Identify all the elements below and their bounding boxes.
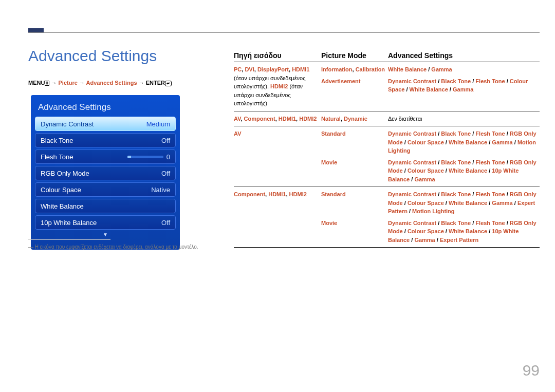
osd-row[interactable]: White Balance: [35, 199, 176, 213]
osd-label: RGB Only Mode: [41, 170, 89, 177]
cell-mode: Standard: [321, 129, 388, 155]
cell-settings: Δεν διατίθεται: [388, 115, 540, 123]
cell-mode: Information, Calibration: [321, 65, 388, 74]
page-number: 99: [523, 362, 540, 379]
col-header-settings: Advanced Settings: [388, 51, 540, 60]
col-header-mode: Picture Mode: [321, 51, 388, 60]
footnote: ― Η εικόνα που εμφανίζεται ενδέχεται να …: [28, 244, 198, 250]
osd-row[interactable]: 10p White BalanceOff: [35, 215, 176, 230]
cell-mode: Standard: [321, 190, 388, 216]
osd-row[interactable]: Colour SpaceNative: [35, 182, 176, 197]
osd-label: Dynamic Contrast: [41, 120, 94, 128]
osd-row[interactable]: Black ToneOff: [35, 133, 176, 147]
osd-label: Flesh Tone: [41, 153, 73, 161]
osd-label: 10p White Balance: [41, 219, 97, 227]
osd-value: Off: [161, 137, 170, 144]
osd-value: Off: [161, 219, 170, 227]
cell-mode: Natural, Dynamic: [321, 115, 388, 123]
cell-source: Component, HDMI1, HDMI2: [234, 190, 321, 244]
cell-settings: White Balance / Gamma: [388, 65, 540, 74]
cell-mode: Movie: [321, 158, 388, 184]
header-accent: [28, 28, 44, 32]
osd-label: White Balance: [41, 202, 84, 210]
divider: [28, 239, 110, 240]
cell-settings: Dynamic Contrast / Black Tone / Flesh To…: [388, 158, 540, 184]
table-row: AV, Component, HDMI1, HDMI2Natural, Dyna…: [234, 111, 540, 127]
osd-row[interactable]: RGB Only ModeOff: [35, 166, 176, 180]
table-row: AVStandardDynamic Contrast / Black Tone …: [234, 126, 540, 187]
osd-value: Medium: [146, 120, 170, 128]
col-header-source: Πηγή εισόδου: [234, 51, 321, 60]
table-row: PC, DVI, DisplayPort, HDMI1 (όταν υπάρχε…: [234, 62, 540, 111]
cell-settings: Dynamic Contrast / Black Tone / Flesh To…: [388, 129, 540, 155]
enter-icon: ↵: [165, 81, 172, 86]
cell-settings: Dynamic Contrast / Black Tone / Flesh To…: [388, 77, 540, 94]
osd-label: Colour Space: [41, 186, 81, 194]
osd-value: Native: [151, 186, 170, 194]
chevron-down-icon[interactable]: ▼: [35, 232, 176, 237]
settings-table: Πηγή εισόδου Picture Mode Advanced Setti…: [234, 51, 540, 248]
cell-settings: Dynamic Contrast / Black Tone / Flesh To…: [388, 190, 540, 216]
cell-settings: Dynamic Contrast / Black Tone / Flesh To…: [388, 219, 540, 245]
cell-source: AV: [234, 129, 321, 183]
cell-source: PC, DVI, DisplayPort, HDMI1 (όταν υπάρχε…: [234, 65, 321, 108]
osd-value: Off: [161, 170, 170, 177]
page-title: Advanced Settings: [28, 47, 157, 65]
osd-title: Advanced Settings: [35, 99, 176, 117]
cell-mode: Advertisement: [321, 77, 388, 94]
slider[interactable]: [127, 156, 163, 158]
osd-value: 0: [127, 153, 170, 161]
cell-mode: Movie: [321, 219, 388, 245]
breadcrumb: MENUⅢ → Picture → Advanced Settings → EN…: [28, 80, 172, 86]
osd-label: Black Tone: [41, 137, 73, 144]
menu-icon: Ⅲ: [45, 81, 49, 86]
header-rule: [28, 32, 540, 33]
table-row: Component, HDMI1, HDMI2StandardDynamic C…: [234, 187, 540, 248]
osd-row[interactable]: Dynamic ContrastMedium: [35, 117, 176, 131]
osd-row[interactable]: Flesh Tone0: [35, 150, 176, 164]
cell-source: AV, Component, HDMI1, HDMI2: [234, 115, 321, 123]
osd-panel: Advanced Settings Dynamic ContrastMedium…: [31, 95, 180, 250]
